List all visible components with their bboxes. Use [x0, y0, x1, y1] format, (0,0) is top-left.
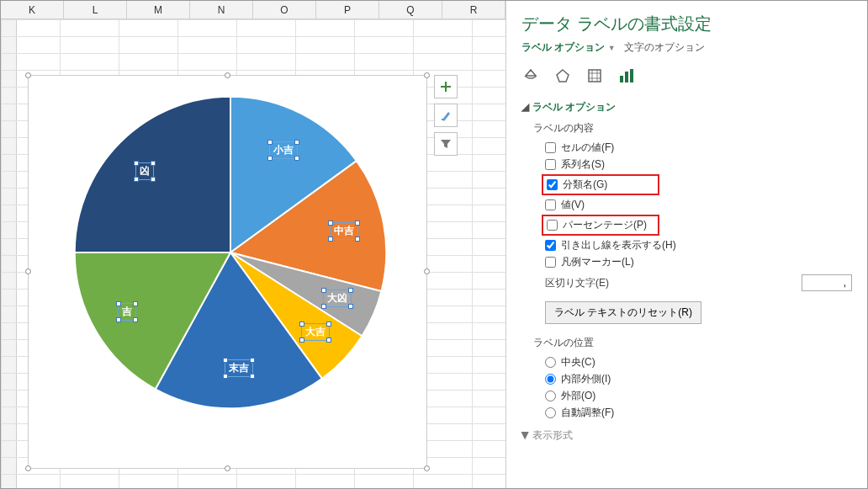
col-header[interactable]: Q [379, 1, 442, 19]
opt-leader-lines[interactable]: 引き出し線を表示する(H) [545, 238, 852, 252]
col-header[interactable]: P [316, 1, 379, 19]
section-label-options[interactable]: ◢ラベル オプション [521, 100, 852, 114]
col-header[interactable]: O [253, 1, 316, 19]
data-label[interactable]: 小吉 [269, 141, 298, 159]
col-header[interactable]: L [64, 1, 127, 19]
opt-value[interactable]: 値(V) [545, 198, 852, 212]
chart-options-icon[interactable] [617, 66, 636, 85]
separator-label: 区切り文字(E) [545, 276, 609, 290]
svg-rect-3 [620, 76, 623, 82]
format-pane: データ ラベルの書式設定 ラベル オプション ▼ 文字のオプション ◢ラベル オ… [505, 1, 867, 488]
fill-icon[interactable] [521, 66, 540, 85]
col-header[interactable]: M [127, 1, 190, 19]
opt-legend-marker[interactable]: 凡例マーカー(L) [545, 255, 852, 269]
svg-rect-4 [625, 72, 628, 82]
pos-inside-end[interactable]: 内部外側(I) [545, 372, 852, 386]
col-header[interactable]: K [1, 1, 64, 19]
data-label[interactable]: 吉 [118, 303, 136, 321]
data-label[interactable]: 末吉 [225, 359, 253, 377]
svg-rect-0 [442, 119, 444, 120]
pos-center[interactable]: 中央(C) [545, 355, 852, 369]
opt-category-name[interactable]: 分類名(G) [547, 178, 654, 192]
pos-bestfit[interactable]: 自動調整(F) [545, 406, 852, 420]
chart-filter-button[interactable] [434, 132, 458, 156]
svg-rect-5 [630, 69, 633, 82]
reset-label-text-button[interactable]: ラベル テキストのリセット(R) [545, 301, 701, 324]
pos-outside[interactable]: 外部(O) [545, 389, 852, 403]
svg-marker-1 [557, 70, 569, 82]
chart-object[interactable]: 小吉中吉大凶大吉末吉吉凶 [28, 75, 427, 469]
svg-rect-2 [589, 70, 601, 82]
effects-icon[interactable] [553, 66, 572, 85]
opt-series-name[interactable]: 系列名(S) [545, 157, 852, 172]
separator-input[interactable] [802, 274, 852, 291]
pane-title: データ ラベルの書式設定 [521, 13, 852, 35]
data-label[interactable]: 凶 [135, 162, 154, 180]
col-header[interactable]: R [442, 1, 505, 19]
tab-text-options[interactable]: 文字のオプション [624, 41, 705, 53]
label-contents-header: ラベルの内容 [533, 121, 852, 136]
section-number-format[interactable]: ▶表示形式 [521, 428, 852, 443]
size-icon[interactable] [585, 66, 604, 85]
col-header[interactable]: N [190, 1, 253, 19]
data-label[interactable]: 大凶 [323, 290, 352, 307]
opt-cell-value[interactable]: セルの値(F) [545, 141, 852, 155]
label-position-header: ラベルの位置 [533, 336, 852, 350]
opt-percentage[interactable]: パーセンテージ(P) [547, 218, 654, 232]
tab-label-options[interactable]: ラベル オプション [521, 41, 605, 53]
data-label[interactable]: 中吉 [330, 222, 358, 240]
data-label[interactable]: 大吉 [301, 323, 330, 341]
chart-elements-button[interactable] [434, 75, 458, 98]
chart-styles-button[interactable] [434, 104, 458, 127]
